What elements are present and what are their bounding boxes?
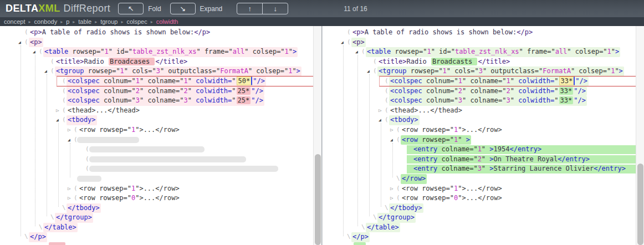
next-diff-button[interactable]: ↓ xyxy=(263,3,288,14)
expand-toggle-icon[interactable]: ▷ xyxy=(390,193,393,203)
token: <row xyxy=(402,185,418,192)
down-arrow-icon: ↓ xyxy=(274,4,278,13)
expand-button[interactable]: ↘ xyxy=(170,3,196,14)
collapse-toggle-icon[interactable]: ◢ xyxy=(56,115,59,125)
token: rowsep= xyxy=(407,67,439,75)
code-text: </p> xyxy=(29,232,47,242)
token: <table xyxy=(367,48,391,55)
breadcrumb-item[interactable]: concept xyxy=(4,18,25,25)
expand-toggle-icon[interactable]: ▷ xyxy=(56,106,59,116)
code-line: \</p> xyxy=(0,232,321,242)
breadcrumb-item[interactable]: p xyxy=(66,18,69,25)
collapse-toggle-icon[interactable]: ◢ xyxy=(390,135,393,145)
fold-button[interactable]: ↖ xyxy=(118,3,144,14)
code-line: (<p>A table of radio shows is shown belo… xyxy=(323,28,644,38)
token: cols= xyxy=(128,67,152,75)
code-text: <tgroup rowsep="1" cols="3" outputclass=… xyxy=(55,67,301,76)
placeholder-bar xyxy=(89,156,246,162)
diff-panes: (<p>A table of radio shows is shown belo… xyxy=(0,26,644,245)
token: <title> xyxy=(379,58,407,65)
token: " xyxy=(129,48,132,55)
collapse-toggle-icon[interactable]: ◢ xyxy=(379,115,381,125)
placeholder-bar xyxy=(89,146,205,152)
token: FormatA xyxy=(220,67,248,75)
expand-toggle-icon[interactable]: ▷ xyxy=(68,125,70,135)
token: </p> xyxy=(194,28,210,36)
up-arrow-icon: ↑ xyxy=(248,4,252,13)
token: On Theatre Royal xyxy=(494,155,558,163)
code-text: <tbody> xyxy=(67,115,97,125)
added-highlight: Broadcasts xyxy=(431,58,477,65)
token: <row xyxy=(79,194,95,202)
expand-toggle-icon[interactable]: ▷ xyxy=(68,184,70,194)
breadcrumb-item[interactable]: table xyxy=(78,18,91,25)
expand-toggle-icon[interactable]: ▷ xyxy=(68,193,70,203)
close-marker: \ xyxy=(24,232,28,242)
token: " xyxy=(450,126,454,134)
collapse-toggle-icon[interactable]: ◢ xyxy=(341,38,344,48)
scrollbar-thumb[interactable] xyxy=(637,164,643,245)
breadcrumb-item[interactable]: colspec xyxy=(126,18,147,25)
token: " xyxy=(127,185,131,192)
fold-marker: ( xyxy=(396,125,400,135)
token: colnum= xyxy=(100,87,132,95)
token: rowsep= xyxy=(95,185,127,192)
collapse-toggle-icon[interactable]: ◢ xyxy=(68,135,70,145)
token: <colspec xyxy=(390,96,422,104)
token: " xyxy=(473,155,477,163)
scrollbar-thumb[interactable] xyxy=(315,154,321,245)
token: outputclass= xyxy=(487,67,539,75)
code-text: <p> xyxy=(29,38,43,48)
token: </title> xyxy=(155,58,187,65)
code-line: ◢(<tgroup rowsep="1" cols="3" outputclas… xyxy=(323,67,644,76)
token: <thead>...</thead> xyxy=(68,106,140,114)
collapse-toggle-icon[interactable]: ◢ xyxy=(33,47,35,57)
token: 3 xyxy=(507,96,510,104)
expand-toggle-icon[interactable]: ▷ xyxy=(390,184,393,194)
breadcrumb-separator-icon: ▸ xyxy=(121,19,123,24)
previous-diff-button[interactable]: ↑ xyxy=(237,3,263,14)
token: " xyxy=(451,48,455,55)
expand-toggle-icon[interactable]: ▷ xyxy=(379,106,381,116)
token: " xyxy=(454,96,458,104)
close-marker: \ xyxy=(361,222,365,232)
collapse-toggle-icon[interactable]: ◢ xyxy=(367,67,370,76)
token: " xyxy=(280,48,284,55)
code-line: ▷(<row rowsep="1">...</row> xyxy=(0,184,321,194)
code-line: \</p> xyxy=(323,232,644,242)
fold-marker: ( xyxy=(62,115,66,125)
token: <row xyxy=(402,126,418,134)
token: <row xyxy=(402,194,418,202)
token: "/> xyxy=(251,87,263,95)
token: 3 xyxy=(136,96,140,104)
fold-marker: ( xyxy=(396,193,400,203)
token: >...</row> xyxy=(462,126,502,134)
token: " xyxy=(152,67,156,75)
collapse-toggle-icon[interactable]: ◢ xyxy=(355,47,358,57)
token: </tbody> xyxy=(390,204,422,212)
expand-toggle-icon[interactable]: ▷ xyxy=(390,125,393,135)
token: >...</row> xyxy=(139,194,179,202)
token: 1 xyxy=(427,48,431,55)
token: " xyxy=(124,67,128,75)
logo-product: DiffReport xyxy=(64,3,111,14)
token: " xyxy=(450,185,454,192)
breadcrumb-separator-icon: ▸ xyxy=(29,19,31,24)
token: Starring Laurence Olivier xyxy=(494,165,594,172)
token: > xyxy=(297,67,300,75)
breadcrumb-item[interactable]: tgroup xyxy=(100,18,117,25)
collapse-toggle-icon[interactable]: ◢ xyxy=(18,38,21,48)
breadcrumb-item[interactable]: conbody xyxy=(34,18,58,25)
fold-marker: ( xyxy=(50,66,54,76)
vertical-scrollbar xyxy=(636,26,644,245)
token: 1 xyxy=(104,48,108,55)
collapse-toggle-icon[interactable]: ◢ xyxy=(44,67,47,76)
deleted-highlight: 25* xyxy=(237,87,251,95)
token: rowsep= xyxy=(84,67,116,75)
code-line: (<entry colname="1" >1954</entry> xyxy=(323,145,644,155)
code-line: ◢(<tbody> xyxy=(323,115,644,125)
fold-marker: ( xyxy=(85,144,89,154)
logo-xml: XML xyxy=(38,3,60,14)
fold-button-label: Fold xyxy=(148,5,161,13)
fold-marker: ( xyxy=(62,105,66,115)
